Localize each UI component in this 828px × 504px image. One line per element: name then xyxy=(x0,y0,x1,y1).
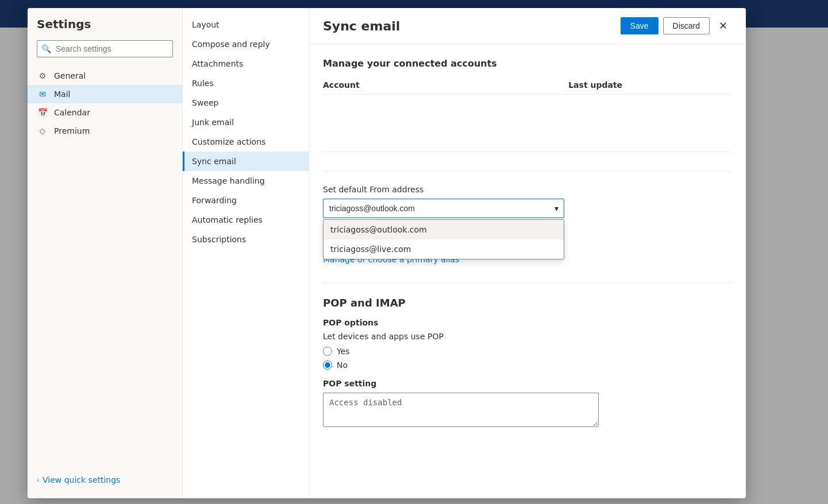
subnav-item-forwarding[interactable]: Forwarding xyxy=(183,191,309,210)
from-address-label: Set default From address xyxy=(323,185,732,194)
accounts-table-body xyxy=(323,95,732,152)
from-address-section: Set default From address triciagoss@outl… xyxy=(323,185,732,264)
search-input[interactable] xyxy=(37,40,173,57)
save-button[interactable]: Save xyxy=(621,17,658,34)
subnav-item-attachments[interactable]: Attachments xyxy=(183,54,309,73)
view-quick-settings-label: View quick settings xyxy=(43,475,120,484)
manage-accounts-title: Manage your connected accounts xyxy=(323,58,732,69)
section-divider-1 xyxy=(323,170,732,171)
sidebar-item-label-premium: Premium xyxy=(54,126,90,135)
sidebar-item-label-general: General xyxy=(54,71,86,80)
accounts-table: Account Last update xyxy=(323,76,732,152)
from-address-dropdown[interactable]: triciagoss@outlook.com triciagoss@live.c… xyxy=(323,199,564,218)
pop-radio-group: Yes No xyxy=(323,347,732,370)
pop-setting-label: POP setting xyxy=(323,379,732,388)
mail-subnav: Layout Compose and reply Attachments Rul… xyxy=(183,8,309,498)
pop-options-label: POP options xyxy=(323,318,732,327)
discard-button[interactable]: Discard xyxy=(663,17,710,34)
sidebar-item-calendar[interactable]: 📅 Calendar xyxy=(28,103,182,122)
settings-title: Settings xyxy=(28,17,182,40)
mail-icon: ✉ xyxy=(37,90,48,99)
pop-no-option[interactable]: No xyxy=(323,360,732,370)
subnav-item-subscriptions[interactable]: Subscriptions xyxy=(183,230,309,249)
subnav-item-compose-reply[interactable]: Compose and reply xyxy=(183,34,309,54)
subnav-item-sync-email[interactable]: Sync email xyxy=(183,152,309,171)
pop-yes-label: Yes xyxy=(337,347,350,356)
chevron-left-icon: ‹ xyxy=(37,477,39,483)
calendar-icon: 📅 xyxy=(37,108,48,117)
content-body: Manage your connected accounts Account L… xyxy=(309,44,746,498)
dropdown-option-live[interactable]: triciagoss@live.com xyxy=(324,239,564,259)
nav-section: ⚙ General ✉ Mail 📅 Calendar ◇ Premium xyxy=(28,67,182,140)
account-column-header: Account xyxy=(323,76,568,95)
subnav-item-layout[interactable]: Layout xyxy=(183,15,309,34)
subnav-item-rules[interactable]: Rules xyxy=(183,73,309,93)
subnav-item-junk-email[interactable]: Junk email xyxy=(183,113,309,132)
manage-accounts-section: Manage your connected accounts Account L… xyxy=(323,58,732,152)
subnav-item-automatic-replies[interactable]: Automatic replies xyxy=(183,210,309,230)
settings-dialog: Settings 🔍 ⚙ General ✉ Mail 📅 Calendar xyxy=(28,8,746,498)
page-title: Sync email xyxy=(323,19,400,33)
subnav-item-sweep[interactable]: Sweep xyxy=(183,93,309,113)
pop-no-radio[interactable] xyxy=(323,360,332,370)
sidebar-item-mail[interactable]: ✉ Mail xyxy=(28,85,182,103)
gear-icon: ⚙ xyxy=(37,71,48,80)
subnav-item-customize-actions[interactable]: Customize actions xyxy=(183,132,309,152)
sidebar-item-general[interactable]: ⚙ General xyxy=(28,67,182,85)
settings-nav: Settings 🔍 ⚙ General ✉ Mail 📅 Calendar xyxy=(28,8,183,498)
pop-setting-textarea[interactable]: Access disabled xyxy=(323,393,599,427)
pop-yes-radio[interactable] xyxy=(323,347,332,356)
from-address-dropdown-popup: triciagoss@outlook.com triciagoss@live.c… xyxy=(323,219,564,259)
close-button[interactable]: ✕ xyxy=(714,17,732,34)
subnav-item-message-handling[interactable]: Message handling xyxy=(183,171,309,191)
content-header: Sync email Save Discard ✕ xyxy=(309,8,746,44)
sidebar-item-premium[interactable]: ◇ Premium xyxy=(28,122,182,140)
section-divider-2 xyxy=(323,282,732,283)
table-row-empty xyxy=(323,95,732,152)
premium-icon: ◇ xyxy=(37,126,48,135)
from-address-dropdown-container: triciagoss@outlook.com triciagoss@live.c… xyxy=(323,199,564,218)
header-actions: Save Discard ✕ xyxy=(621,17,732,34)
sidebar-item-label-mail: Mail xyxy=(54,90,70,99)
pop-no-label: No xyxy=(337,360,348,370)
search-box: 🔍 xyxy=(37,40,173,57)
sidebar-item-label-calendar: Calendar xyxy=(54,108,90,117)
pop-imap-section: POP and IMAP POP options Let devices and… xyxy=(323,297,732,429)
view-quick-settings-link[interactable]: ‹ View quick settings xyxy=(28,471,182,489)
content-panel: Sync email Save Discard ✕ Manage your co… xyxy=(309,8,746,498)
last-update-column-header: Last update xyxy=(568,76,732,95)
use-pop-label: Let devices and apps use POP xyxy=(323,332,732,341)
pop-yes-option[interactable]: Yes xyxy=(323,347,732,356)
search-icon: 🔍 xyxy=(41,44,51,53)
dropdown-option-outlook[interactable]: triciagoss@outlook.com xyxy=(324,220,564,239)
pop-imap-title: POP and IMAP xyxy=(323,297,732,309)
